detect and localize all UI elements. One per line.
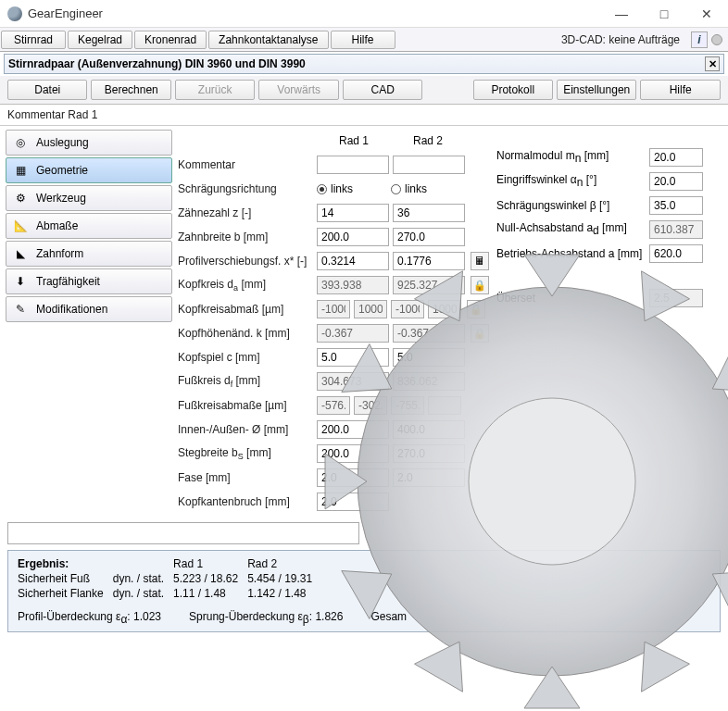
input-fussabm-rad2b[interactable] xyxy=(428,396,461,415)
nav-label: Zahnform xyxy=(36,247,83,260)
close-button[interactable]: ✕ xyxy=(685,0,728,28)
nav-label: Abmaße xyxy=(36,219,78,232)
minimize-button[interactable]: — xyxy=(600,0,643,28)
input-kopfabm-rad1b[interactable] xyxy=(354,300,387,318)
input-fussabm-rad2a[interactable] xyxy=(391,396,424,415)
input-df-rad2[interactable] xyxy=(393,372,465,391)
input-k-rad2[interactable] xyxy=(393,324,465,343)
app-icon xyxy=(7,6,22,21)
ruler-icon: 📐 xyxy=(12,218,29,234)
input-z-rad1[interactable] xyxy=(317,204,389,222)
lbl-eingriffswinkel: Eingriffswinkel αn [°] xyxy=(496,173,649,189)
input-c-rad1[interactable] xyxy=(317,348,389,367)
tab-hilfe[interactable]: Hilfe xyxy=(331,31,395,49)
input-kommentar-rad1[interactable] xyxy=(317,156,389,174)
top-tabs-bar: Stirnrad Kegelrad Kronenrad Zahnkontakta… xyxy=(0,28,728,52)
input-fussabm-rad1b[interactable] xyxy=(354,396,387,415)
help-button[interactable]: Hilfe xyxy=(640,80,720,100)
document-close-button[interactable]: ✕ xyxy=(705,56,720,71)
tab-kegelrad[interactable]: Kegelrad xyxy=(68,31,132,49)
res-row2-label: Sicherheit Flanke xyxy=(18,586,113,601)
calculate-button[interactable]: Berechnen xyxy=(91,80,170,100)
tab-zahnkontaktanalyse[interactable]: Zahnkontaktanalyse xyxy=(208,31,328,49)
input-beta[interactable] xyxy=(649,196,703,215)
mod-icon: ✎ xyxy=(12,301,29,318)
res-row2-r1: 1.11 / 1.48 xyxy=(173,586,247,601)
long-input-field[interactable] xyxy=(7,522,359,544)
input-io-rad2[interactable] xyxy=(393,420,465,439)
load-icon: ⬇ xyxy=(12,273,29,290)
tab-kronenrad[interactable]: Kronenrad xyxy=(134,31,207,49)
cad-button[interactable]: CAD xyxy=(343,80,422,100)
lbl-uebersetzung: Überset xyxy=(496,292,649,305)
status-dot-icon xyxy=(711,34,722,45)
lock-icon: 🔒 xyxy=(470,304,483,316)
res-row1-mode: dyn. / stat. xyxy=(113,571,173,586)
nav-geometrie[interactable]: ▦Geometrie xyxy=(6,157,172,183)
input-da-rad2[interactable] xyxy=(393,276,465,294)
input-k-rad1[interactable] xyxy=(317,324,389,343)
main-body: ◎Auslegung ▦Geometrie ⚙Werkzeug 📐Abmaße … xyxy=(0,126,728,518)
gear-icon: ⚙ xyxy=(12,190,29,206)
radio-links-rad1[interactable]: links xyxy=(317,182,391,195)
nav-werkzeug[interactable]: ⚙Werkzeug xyxy=(6,185,172,211)
res-sprung: Sprung-Überdeckung εβ: 1.826 xyxy=(189,610,343,626)
input-fase-rad2[interactable] xyxy=(393,468,465,487)
lock-icon: 🔒 xyxy=(473,280,486,292)
input-alpha[interactable] xyxy=(649,172,703,191)
calculator-icon: 🖩 xyxy=(474,255,485,268)
input-x-rad1[interactable] xyxy=(317,252,389,270)
lbl-fase: Fase [mm] xyxy=(178,471,317,484)
lock-button-kopfabm[interactable]: 🔒 xyxy=(467,300,485,318)
radio-links-rad2[interactable]: links xyxy=(391,182,465,195)
input-fase-rad1[interactable] xyxy=(317,468,389,487)
nav-tragfaehigkeit[interactable]: ⬇Tragfähigkeit xyxy=(6,268,172,294)
lbl-kopfkreisabmass: Kopfkreisabmaß [µm] xyxy=(178,303,317,316)
window-buttons: — □ ✕ xyxy=(600,0,728,28)
lbl-fusskreisabm: Fußkreisabmaße [µm] xyxy=(178,399,317,412)
status-3d-cad: 3D-CAD: keine Aufträge xyxy=(556,31,685,48)
input-kopfabm-rad1a[interactable] xyxy=(317,300,350,318)
nav-abmasse[interactable]: 📐Abmaße xyxy=(6,213,172,239)
col-rad2: Rad 2 xyxy=(391,134,465,147)
input-bs-rad2[interactable] xyxy=(393,444,465,463)
input-i[interactable] xyxy=(649,289,703,307)
settings-button[interactable]: Einstellungen xyxy=(557,80,636,100)
lock-button-k[interactable]: 🔒 xyxy=(471,324,489,343)
input-kommentar-rad2[interactable] xyxy=(393,156,465,174)
input-x-rad2[interactable] xyxy=(393,252,465,270)
input-a[interactable] xyxy=(649,244,703,263)
input-kopfabm-rad2a[interactable] xyxy=(391,300,424,318)
input-df-rad1[interactable] xyxy=(317,372,389,391)
input-z-rad2[interactable] xyxy=(393,204,465,222)
input-b-rad1[interactable] xyxy=(317,228,389,246)
app-title: GearEngineer xyxy=(28,6,600,20)
nav-label: Werkzeug xyxy=(36,192,86,205)
input-ad[interactable] xyxy=(649,220,703,239)
radio-label: links xyxy=(331,182,353,195)
input-fussabm-rad1a[interactable] xyxy=(317,396,350,415)
input-kopfkanten-rad1[interactable] xyxy=(317,493,389,511)
calc-icon-button[interactable]: 🖩 xyxy=(471,252,489,270)
nav-modifikationen[interactable]: ✎Modifikationen xyxy=(6,296,172,322)
info-button[interactable]: i xyxy=(691,31,708,48)
nav-zahnform[interactable]: ◣Zahnform xyxy=(6,241,172,267)
input-c-rad2[interactable] xyxy=(393,348,465,367)
lock-icon: 🔒 xyxy=(473,328,486,340)
file-button[interactable]: Datei xyxy=(7,80,87,100)
input-mn[interactable] xyxy=(649,148,703,167)
lock-button-da[interactable]: 🔒 xyxy=(471,276,489,294)
tab-stirnrad[interactable]: Stirnrad xyxy=(1,31,66,49)
input-kopfabm-rad2b[interactable] xyxy=(428,300,461,318)
input-da-rad1[interactable] xyxy=(317,276,389,294)
protocol-button[interactable]: Protokoll xyxy=(473,80,553,100)
lbl-betriebs: Betriebs-Achsabstand a [mm] xyxy=(496,247,649,260)
forward-button[interactable]: Vorwärts xyxy=(258,80,338,100)
back-button[interactable]: Zurück xyxy=(175,80,255,100)
input-bs-rad1[interactable] xyxy=(317,444,389,463)
maximize-button[interactable]: □ xyxy=(643,0,685,28)
input-b-rad2[interactable] xyxy=(393,228,465,246)
lbl-nullachs: Null-Achsabstand ad [mm] xyxy=(496,221,649,237)
input-io-rad1[interactable] xyxy=(317,420,389,439)
nav-auslegung[interactable]: ◎Auslegung xyxy=(6,130,172,156)
